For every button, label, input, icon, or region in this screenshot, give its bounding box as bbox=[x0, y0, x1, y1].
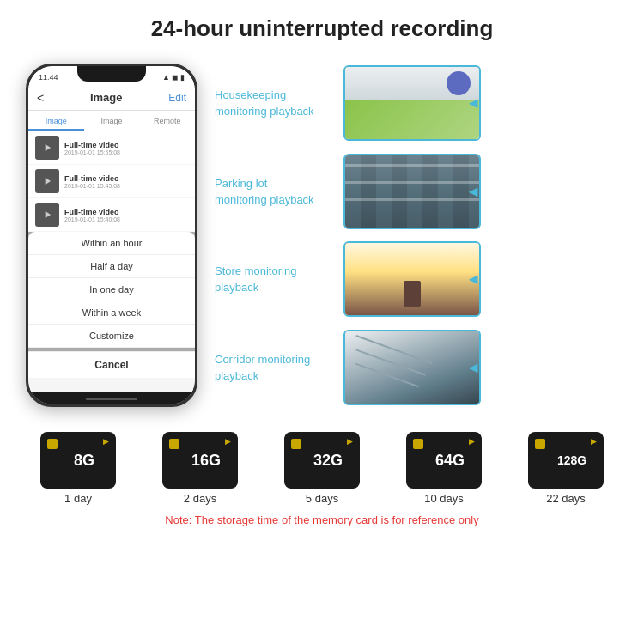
list-item: Full-time video 2019-01-01 15:40:08 bbox=[28, 198, 195, 231]
sd-card-64g: 64G ▶ bbox=[406, 432, 482, 489]
phone-tab-image[interactable]: Image bbox=[28, 111, 84, 131]
monitor-label-parking: Parking lotmonitoring playback bbox=[215, 177, 314, 206]
home-indicator bbox=[86, 398, 137, 400]
phone-nav-title: Image bbox=[90, 91, 123, 104]
monitor-photo-parking: ◄ bbox=[343, 154, 481, 229]
card-days-32g: 5 days bbox=[306, 492, 338, 505]
phone-tab-remote[interactable]: Remote playback bbox=[139, 111, 195, 131]
monitor-label-housekeeping: Housekeepingmonitoring playback bbox=[215, 88, 314, 118]
card-days-8g: 1 day bbox=[64, 492, 92, 505]
dropdown-cancel-button[interactable]: Cancel bbox=[28, 351, 195, 378]
card-item-128g: 128G ▶ 22 days bbox=[528, 432, 604, 505]
monitor-photo-housekeeping: ◄ bbox=[343, 65, 481, 141]
dropdown-item-customize[interactable]: Customize bbox=[28, 325, 195, 348]
monitor-arrow-parking: ◄ bbox=[465, 182, 481, 200]
sd-card-label-16g: 16G bbox=[191, 452, 221, 470]
phone-dropdown-overlay: Within an hour Half a day In one day Wit… bbox=[28, 232, 195, 378]
sd-card-8g: 8G ▶ bbox=[40, 432, 116, 489]
monitor-row-corridor: Corridor monitoringplayback ◄ bbox=[215, 330, 627, 405]
monitor-label-corridor: Corridor monitoringplayback bbox=[215, 353, 310, 382]
note-text: Note: The storage time of the memory car… bbox=[17, 510, 627, 526]
card-item-32g: 32G ▶ 5 days bbox=[284, 432, 360, 505]
dropdown-item-hour[interactable]: Within an hour bbox=[28, 232, 195, 255]
card-days-16g: 2 days bbox=[184, 492, 216, 505]
phone-tabs: Image Image Remote playback bbox=[28, 111, 195, 131]
monitor-arrow-corridor: ◄ bbox=[465, 358, 481, 376]
dropdown-item-week[interactable]: Within a week bbox=[28, 301, 195, 325]
card-days-128g: 22 days bbox=[546, 492, 586, 505]
sd-notch-128g: ▶ bbox=[591, 437, 597, 446]
sd-card-label-32g: 32G bbox=[313, 452, 343, 470]
phone-icons: ▲ ◼ ▮ bbox=[162, 73, 185, 82]
phone-device: 11:44 ▲ ◼ ▮ < Image Edit Image Image Rem… bbox=[26, 64, 197, 407]
bottom-section: 8G ▶ 1 day 16G ▶ 2 days 32G ▶ 5 days 64G… bbox=[0, 420, 644, 526]
sd-card-128g: 128G ▶ bbox=[528, 432, 604, 489]
sd-card-label-8g: 8G bbox=[74, 452, 94, 470]
monitor-photo-corridor: ◄ bbox=[343, 330, 481, 405]
middle-section: 11:44 ▲ ◼ ▮ < Image Edit Image Image Rem… bbox=[0, 51, 644, 420]
monitor-row-parking: Parking lotmonitoring playback ◄ bbox=[215, 154, 627, 229]
sd-card-32g: 32G ▶ bbox=[284, 432, 360, 489]
card-days-64g: 10 days bbox=[424, 492, 464, 505]
list-item: Full-time video 2019-01-01 15:45:08 bbox=[28, 165, 195, 197]
phone-screen: 11:44 ▲ ◼ ▮ < Image Edit Image Image Rem… bbox=[28, 66, 195, 404]
list-item: Full-time video 2019-01-01 15:55:08 bbox=[28, 131, 195, 164]
sd-notch-64g: ▶ bbox=[469, 437, 475, 446]
phone-back-button[interactable]: < bbox=[37, 91, 44, 105]
page-title: 24-hour uninterrupted recording bbox=[17, 15, 627, 42]
phone-edit-button[interactable]: Edit bbox=[168, 92, 186, 104]
monitoring-section: Housekeepingmonitoring playback ◄ Parkin… bbox=[215, 51, 627, 420]
phone-time: 11:44 bbox=[39, 73, 58, 82]
video-thumb bbox=[35, 203, 59, 227]
video-thumb bbox=[35, 169, 59, 193]
video-thumb bbox=[35, 136, 59, 160]
sd-card-label-64g: 64G bbox=[435, 452, 465, 470]
memory-cards-row: 8G ▶ 1 day 16G ▶ 2 days 32G ▶ 5 days 64G… bbox=[17, 432, 627, 505]
monitor-photo-store: ◄ bbox=[343, 241, 481, 317]
dropdown-item-halfday[interactable]: Half a day bbox=[28, 255, 195, 278]
sd-notch-8g: ▶ bbox=[103, 437, 109, 446]
phone-notch bbox=[77, 66, 146, 82]
phone-nav-bar: < Image Edit bbox=[28, 85, 195, 111]
sd-notch-16g: ▶ bbox=[225, 437, 231, 446]
header: 24-hour uninterrupted recording bbox=[0, 0, 644, 51]
phone-home-bar bbox=[28, 392, 195, 404]
phone-mockup: 11:44 ▲ ◼ ▮ < Image Edit Image Image Rem… bbox=[17, 51, 206, 420]
sd-card-16g: 16G ▶ bbox=[162, 432, 238, 489]
card-item-16g: 16G ▶ 2 days bbox=[162, 432, 238, 505]
card-item-8g: 8G ▶ 1 day bbox=[40, 432, 116, 505]
dropdown-item-oneday[interactable]: In one day bbox=[28, 278, 195, 301]
card-item-64g: 64G ▶ 10 days bbox=[406, 432, 482, 505]
monitor-row-housekeeping: Housekeepingmonitoring playback ◄ bbox=[215, 65, 627, 141]
monitor-label-store: Store monitoringplayback bbox=[215, 264, 296, 294]
phone-dropdown-menu: Within an hour Half a day In one day Wit… bbox=[28, 232, 195, 348]
phone-tab-image2[interactable]: Image bbox=[84, 111, 140, 131]
monitor-arrow-housekeeping: ◄ bbox=[465, 94, 481, 112]
sd-card-label-128g: 128G bbox=[557, 453, 586, 467]
monitor-arrow-store: ◄ bbox=[465, 270, 481, 289]
sd-notch-32g: ▶ bbox=[347, 437, 353, 446]
phone-list: Full-time video 2019-01-01 15:55:08 Full… bbox=[28, 131, 195, 392]
monitor-row-store: Store monitoringplayback ◄ bbox=[215, 241, 627, 317]
